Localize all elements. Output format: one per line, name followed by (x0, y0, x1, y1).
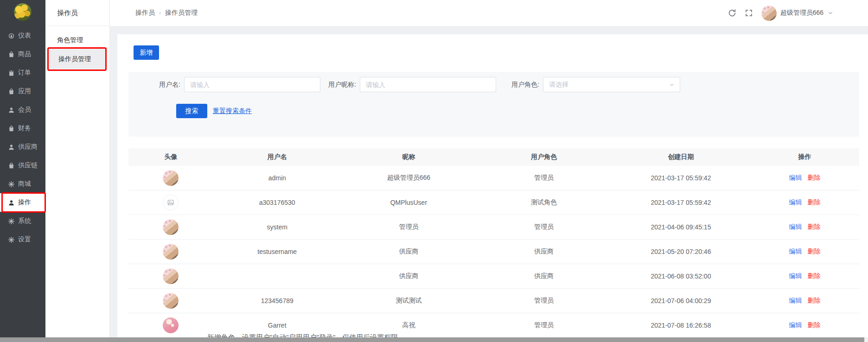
submenu-item-label: 操作员管理 (58, 55, 91, 63)
gear-icon (8, 181, 15, 188)
role-cell: 管理员 (476, 215, 612, 239)
nickname-input[interactable] (360, 77, 496, 92)
avatar-cell (128, 289, 213, 313)
horizontal-scrollbar[interactable] (0, 337, 864, 342)
sidebar-item-label: 供应商 (18, 143, 38, 151)
sidebar-item-商城[interactable]: 商城 (0, 175, 45, 193)
row-avatar (163, 293, 179, 309)
created-cell: 2021-06-08 03:52:00 (612, 264, 750, 288)
row-avatar (163, 317, 179, 333)
app-logo[interactable] (14, 3, 32, 21)
user-name: 超级管理员666 (780, 9, 823, 17)
actions-cell: 编辑删除 (750, 240, 859, 264)
username-field-group: 用户名: (128, 77, 320, 92)
username-label: 用户名: (128, 81, 184, 89)
edit-link[interactable]: 编辑 (789, 297, 802, 305)
nickname-cell: 供应商 (341, 240, 477, 264)
created-cell: 2021-07-06 04:00:29 (612, 289, 750, 313)
sidebar-item-设置[interactable]: 设置 (0, 230, 45, 249)
column-header-昵称: 昵称 (341, 148, 477, 166)
sidebar-item-应用[interactable]: 应用 (0, 82, 45, 101)
submenu-panel: 操作员 角色管理操作员管理 (45, 0, 110, 337)
edit-link[interactable]: 编辑 (789, 272, 802, 280)
content-card: 新增 用户名: 用户昵称: 用户角色: 请选择 (117, 34, 868, 337)
row-avatar (163, 244, 179, 260)
header-controls: 超级管理员666 (728, 6, 834, 21)
primary-sidebar: 仪表商品订单应用会员财务供应商供应链商城操作系统设置 (0, 0, 45, 337)
edit-link[interactable]: 编辑 (789, 223, 802, 231)
table-row: testusername供应商供应商2021-05-20 07:20:46编辑删… (128, 240, 859, 264)
role-select-placeholder: 请选择 (549, 81, 568, 89)
edit-link[interactable]: 编辑 (789, 174, 802, 182)
role-field-group: 用户角色: 请选择 (505, 77, 680, 92)
delete-link[interactable]: 删除 (808, 247, 821, 256)
nickname-field-group: 用户昵称: (322, 77, 496, 92)
add-button[interactable]: 新增 (134, 45, 159, 60)
nickname-cell: 测试测试 (341, 289, 477, 313)
sidebar-item-供应商[interactable]: 供应商 (0, 138, 45, 156)
delete-link[interactable]: 删除 (808, 321, 821, 329)
table-row: a303176530QMPlusUser测试角色2021-03-17 05:59… (128, 190, 859, 215)
sidebar-item-供应链[interactable]: 供应链 (0, 156, 45, 175)
delete-link[interactable]: 删除 (808, 223, 821, 231)
submenu-item-角色管理[interactable]: 角色管理 (45, 31, 110, 49)
username-cell (213, 264, 341, 288)
main-header: 操作员 › 操作员管理 超级管理员666 (110, 0, 868, 26)
role-select[interactable]: 请选择 (543, 77, 680, 92)
sidebar-item-商品[interactable]: 商品 (0, 45, 45, 63)
bag-icon (8, 88, 15, 95)
role-cell: 管理员 (476, 313, 612, 337)
breadcrumb-item-parent[interactable]: 操作员 (135, 9, 155, 17)
person-icon (8, 199, 15, 206)
sidebar-item-label: 商品 (18, 50, 31, 58)
created-cell: 2021-03-17 05:59:42 (612, 166, 750, 190)
search-button[interactable]: 搜索 (176, 104, 207, 118)
edit-link[interactable]: 编辑 (789, 198, 802, 207)
row-avatar (163, 170, 179, 186)
role-cell: 供应商 (476, 264, 612, 288)
actions-cell: 编辑删除 (750, 313, 859, 337)
sidebar-item-会员[interactable]: 会员 (0, 101, 45, 119)
table-row: admin超级管理员666管理员2021-03-17 05:59:42编辑删除 (128, 166, 859, 190)
refresh-icon[interactable] (728, 9, 736, 17)
avatar-cell (128, 215, 213, 239)
sidebar-item-label: 应用 (18, 87, 31, 95)
nickname-cell: QMPlusUser (341, 190, 477, 215)
edit-link[interactable]: 编辑 (789, 321, 802, 329)
gear-icon (8, 218, 15, 225)
submenu-item-操作员管理[interactable]: 操作员管理 (47, 47, 107, 71)
sidebar-item-操作[interactable]: 操作 (0, 193, 45, 212)
sidebar-item-财务[interactable]: 财务 (0, 119, 45, 138)
sidebar-item-label: 会员 (18, 106, 31, 114)
nickname-cell: 供应商 (341, 264, 477, 288)
bag-icon (8, 162, 15, 169)
edit-link[interactable]: 编辑 (789, 247, 802, 256)
main-area: 操作员 › 操作员管理 超级管理员666 (110, 0, 868, 337)
actions-cell: 编辑删除 (750, 264, 859, 288)
delete-link[interactable]: 删除 (808, 272, 821, 280)
username-input[interactable] (184, 77, 320, 92)
sidebar-item-仪表[interactable]: 仪表 (0, 26, 45, 45)
delete-link[interactable]: 删除 (808, 297, 821, 305)
created-cell: 2021-07-08 16:26:58 (612, 313, 750, 337)
username-cell: admin (213, 166, 341, 190)
gear-icon (8, 236, 15, 243)
fullscreen-icon[interactable] (745, 9, 753, 17)
column-header-头像: 头像 (128, 148, 213, 166)
sidebar-nav: 仪表商品订单应用会员财务供应商供应链商城操作系统设置 (0, 26, 45, 249)
sidebar-item-label: 设置 (18, 235, 31, 244)
delete-link[interactable]: 删除 (808, 198, 821, 207)
bag-icon (8, 51, 15, 58)
created-cell: 2021-04-06 09:45:15 (612, 215, 750, 239)
reset-search-link[interactable]: 重置搜索条件 (213, 107, 252, 115)
user-menu[interactable]: 超级管理员666 (761, 6, 834, 21)
delete-link[interactable]: 删除 (808, 174, 821, 182)
actions-cell: 编辑删除 (750, 166, 859, 190)
column-header-用户角色: 用户角色 (476, 148, 612, 166)
sidebar-item-系统[interactable]: 系统 (0, 212, 45, 230)
role-cell: 管理员 (476, 166, 612, 190)
table-row: 供应商供应商2021-06-08 03:52:00编辑删除 (128, 264, 859, 289)
table-row: 123456789测试测试管理员2021-07-06 04:00:29编辑删除 (128, 289, 859, 313)
username-cell: system (213, 215, 341, 239)
sidebar-item-订单[interactable]: 订单 (0, 63, 45, 82)
